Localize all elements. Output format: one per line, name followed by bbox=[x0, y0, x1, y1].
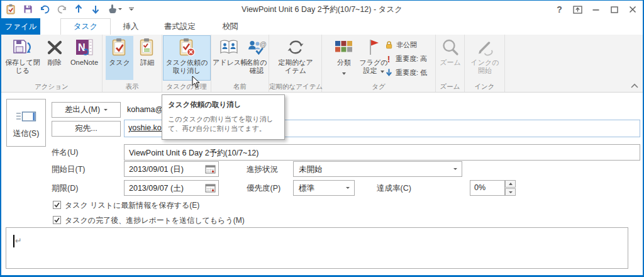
undo-icon[interactable] bbox=[39, 3, 50, 15]
high-importance-button[interactable]: ! 重要度: 高 bbox=[382, 52, 438, 65]
due-date-label: 期限(D) bbox=[52, 183, 78, 194]
svg-text:@: @ bbox=[260, 40, 267, 48]
status-report-label[interactable]: タスクの完了後、進捗レポートを送信してもらう(M) bbox=[65, 215, 245, 226]
delete-button[interactable]: 削除 bbox=[42, 36, 67, 67]
private-label: 非公開 bbox=[396, 40, 417, 50]
status-dropdown-arrow bbox=[453, 168, 457, 170]
keep-updated-label[interactable]: タスク リストに最新情報を保存する(E) bbox=[65, 200, 199, 211]
due-date-field[interactable]: 2013/09/07 (土) bbox=[124, 180, 219, 196]
from-button[interactable]: 差出人(M) bbox=[52, 102, 121, 118]
status-dropdown[interactable]: 未開始 bbox=[293, 161, 462, 177]
ribbon-tab-bar: ファイル タスク 挿入 書式設定 校閲 bbox=[1, 18, 643, 35]
start-date-picker-icon[interactable] bbox=[204, 164, 216, 174]
categorize-dropdown-arrow bbox=[342, 72, 346, 75]
address-book-button[interactable]: アドレス帳 bbox=[213, 36, 245, 67]
zoom-button[interactable]: ズーム bbox=[436, 36, 464, 67]
send-icon bbox=[7, 111, 45, 124]
task-view-label: タスク bbox=[109, 59, 130, 66]
group-label-show: 表示 bbox=[103, 82, 162, 91]
percent-spin-up-button[interactable] bbox=[505, 180, 516, 188]
maximize-button[interactable] bbox=[605, 1, 623, 18]
collapse-ribbon-button[interactable] bbox=[630, 80, 641, 90]
high-importance-label: 重要度: 高 bbox=[396, 54, 427, 64]
spin-down-arrow bbox=[509, 191, 513, 193]
save-and-close-button[interactable]: 保存して閉じる bbox=[4, 36, 41, 75]
group-label-ink: インク bbox=[465, 82, 504, 91]
start-date-label: 開始日(T) bbox=[52, 164, 85, 175]
tab-file[interactable]: ファイル bbox=[1, 18, 40, 35]
touch-mouse-mode-icon[interactable] bbox=[107, 3, 122, 15]
low-importance-icon bbox=[385, 68, 392, 77]
address-book-label: アドレス帳 bbox=[213, 59, 248, 66]
low-importance-label: 重要度: 低 bbox=[396, 68, 427, 77]
onenote-label: OneNote bbox=[70, 59, 98, 66]
status-report-checkbox[interactable] bbox=[53, 216, 61, 224]
low-importance-button[interactable]: 重要度: 低 bbox=[382, 66, 438, 79]
text-caret bbox=[13, 235, 14, 247]
percent-complete-value: 0% bbox=[474, 183, 486, 192]
help-button[interactable]: ? bbox=[550, 1, 569, 18]
ribbon-group-manage-task: タスク依頼の取り消し タスクの管理 bbox=[162, 35, 211, 92]
zoom-icon bbox=[436, 37, 464, 58]
touch-mode-dropdown-arrow bbox=[118, 8, 122, 10]
group-label-zoom: ズーム bbox=[436, 82, 464, 91]
tab-format[interactable]: 書式設定 bbox=[151, 18, 209, 35]
save-icon[interactable] bbox=[22, 3, 33, 15]
move-up-icon[interactable] bbox=[73, 3, 84, 15]
percent-spin-down-button[interactable] bbox=[505, 188, 516, 196]
tab-review[interactable]: 校閲 bbox=[213, 18, 248, 35]
due-date-picker-icon[interactable] bbox=[204, 183, 216, 193]
to-button-label: 宛先... bbox=[75, 123, 97, 134]
ribbon-group-tags: 分類 フラグの設定 非公開 ! 重要度: 高 bbox=[322, 35, 436, 92]
recurrence-button[interactable]: 定期的なアイテム bbox=[277, 36, 314, 75]
from-button-label: 差出人(M) bbox=[65, 105, 100, 115]
to-button[interactable]: 宛先... bbox=[52, 121, 121, 137]
status-label: 進捗状況 bbox=[247, 164, 278, 175]
tab-insert[interactable]: 挿入 bbox=[113, 18, 148, 35]
cancel-assignment-tooltip: タスク依頼の取り消し このタスクの割り当てを取り消して、再び自分に割り当てます。 bbox=[162, 94, 285, 140]
details-icon bbox=[133, 37, 161, 58]
delete-label: 削除 bbox=[48, 59, 62, 66]
onenote-icon: N bbox=[67, 37, 101, 58]
task-body-editor[interactable]: ↵ bbox=[6, 227, 628, 269]
group-label-actions: アクション bbox=[1, 82, 102, 91]
cancel-assignment-button[interactable]: タスク依頼の取り消し bbox=[164, 36, 210, 80]
start-ink-button[interactable]: インクの開始 bbox=[467, 36, 502, 75]
priority-dropdown[interactable]: 標準 bbox=[293, 180, 355, 196]
subject-field[interactable]: ViewPoint Unit 6 Day 2予約(10/7~12) bbox=[124, 144, 640, 161]
onenote-button[interactable]: N OneNote bbox=[67, 36, 101, 67]
high-importance-icon: ! bbox=[385, 54, 392, 64]
address-book-icon bbox=[213, 37, 245, 58]
task-view-button[interactable]: タスク bbox=[106, 36, 133, 80]
details-view-button[interactable]: 詳細 bbox=[133, 36, 161, 67]
ribbon-group-show: タスク 詳細 表示 bbox=[103, 35, 162, 92]
priority-value: 標準 bbox=[299, 183, 314, 194]
zoom-label: ズーム bbox=[440, 59, 461, 66]
title-bar: ViewPoint Unit 6 Day 2予約(10/7~12) - タスク … bbox=[1, 1, 643, 18]
window-title: ViewPoint Unit 6 Day 2予約(10/7~12) - タスク bbox=[127, 4, 517, 15]
ribbon-group-recurrence: 定期的なアイテム 定期的なアイテム bbox=[269, 35, 322, 92]
status-value: 未開始 bbox=[299, 164, 323, 175]
redo-icon[interactable] bbox=[56, 3, 67, 15]
recurrence-icon bbox=[277, 37, 314, 58]
recurrence-label: 定期的なアイテム bbox=[278, 59, 313, 74]
group-label-manage-task: タスクの管理 bbox=[162, 82, 211, 91]
from-dropdown-arrow bbox=[104, 109, 108, 111]
close-button[interactable] bbox=[623, 1, 641, 18]
send-button[interactable]: 送信(S) bbox=[6, 99, 46, 147]
private-button[interactable]: 非公開 bbox=[382, 38, 438, 52]
spin-up-arrow bbox=[509, 183, 513, 185]
check-names-icon: @ bbox=[244, 37, 269, 58]
ribbon-display-options-button[interactable] bbox=[569, 1, 587, 18]
ink-pen-icon bbox=[467, 37, 502, 58]
categorize-button[interactable]: 分類 bbox=[331, 36, 357, 77]
start-date-field[interactable]: 2013/09/01 (日) bbox=[124, 161, 219, 177]
move-down-icon[interactable] bbox=[90, 3, 101, 15]
check-names-button[interactable]: @ 名前の確認 bbox=[244, 36, 269, 75]
percent-complete-field[interactable]: 0% bbox=[470, 180, 505, 196]
ribbon-group-actions: 保存して閉じる 削除 N OneNote アクション bbox=[1, 35, 103, 92]
minimize-button[interactable] bbox=[587, 1, 605, 18]
app-task-icon bbox=[5, 3, 16, 15]
tab-task[interactable]: タスク bbox=[60, 18, 111, 35]
keep-updated-checkbox[interactable] bbox=[53, 201, 61, 209]
